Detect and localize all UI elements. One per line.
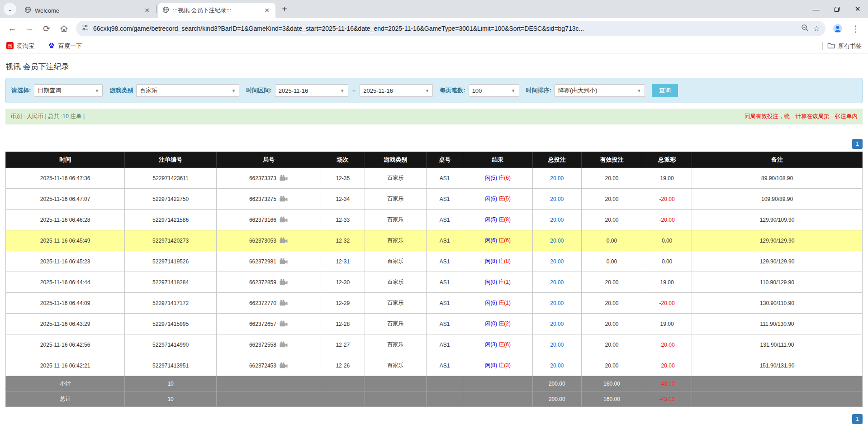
date-start-value: 2025-11-16 xyxy=(279,87,308,94)
new-tab-button[interactable]: + xyxy=(278,3,291,15)
table-row: 2025-11-16 06:44:44522971418284662372859… xyxy=(6,272,863,293)
total-bet-link[interactable]: 20.00 xyxy=(550,300,564,306)
back-icon[interactable]: ← xyxy=(5,21,20,36)
cell-session: 12-34 xyxy=(321,189,365,210)
close-icon[interactable]: ✕ xyxy=(263,6,271,14)
cell-round-id: 662372981 xyxy=(216,251,321,272)
date-start-select[interactable]: 2025-11-16 ▼ xyxy=(275,84,348,97)
result-banker: 庄(2) xyxy=(498,320,511,327)
cell-result: 闲(6) 庄(1) xyxy=(463,293,532,314)
total-bet-link[interactable]: 20.00 xyxy=(550,321,564,327)
video-icon[interactable] xyxy=(279,196,288,202)
cell-session: 12-33 xyxy=(321,210,365,230)
menu-dots-icon[interactable]: ⋮ xyxy=(848,21,863,36)
close-icon[interactable]: ✕ xyxy=(143,6,151,14)
video-icon[interactable] xyxy=(279,362,288,369)
total-bet-link[interactable]: 20.00 xyxy=(550,238,564,244)
cell-remark: 89.90/108.90 xyxy=(692,168,863,189)
tab-title: :::视讯 会员下注纪录::: xyxy=(173,6,259,14)
header-bet-id: 注单编号 xyxy=(125,152,217,168)
cell-valid-bet: 20.00 xyxy=(581,168,642,189)
home-icon[interactable] xyxy=(56,21,71,36)
bookmark-taobao[interactable]: 淘 爱淘宝 xyxy=(6,42,34,51)
url-text[interactable]: 66cxkj98.com/game/betrecord_search/kind3… xyxy=(93,25,797,32)
cell-total-bet: 20.00 xyxy=(532,314,581,334)
cell-time: 2025-11-16 06:45:49 xyxy=(6,230,125,251)
game-category-select[interactable]: 百家乐 ▼ xyxy=(136,84,239,97)
cell-table-no: AS1 xyxy=(426,334,463,355)
cell-time: 2025-11-16 06:47:36 xyxy=(6,168,125,189)
cell-bet-id: 522971422750 xyxy=(125,189,217,210)
total-bet-link[interactable]: 20.00 xyxy=(550,175,564,181)
folder-icon xyxy=(827,42,835,50)
game-category-value: 百家乐 xyxy=(140,86,157,95)
all-bookmarks-label: 所有书签 xyxy=(838,42,862,50)
zoom-out-icon[interactable] xyxy=(801,24,809,33)
table-row: 2025-11-16 06:45:49522971420273662373053… xyxy=(6,230,863,251)
restore-button[interactable] xyxy=(826,0,847,18)
cell-time: 2025-11-16 06:42:56 xyxy=(6,334,125,355)
cell-payout: 19.00 xyxy=(642,314,692,334)
header-table-no: 桌号 xyxy=(426,152,463,168)
time-sort-select[interactable]: 降幂(由大到小) ▼ xyxy=(555,84,645,97)
page-number-button[interactable]: 1 xyxy=(852,414,863,424)
address-bar[interactable]: 66cxkj98.com/game/betrecord_search/kind3… xyxy=(76,21,825,36)
site-info-icon[interactable] xyxy=(81,24,89,33)
forward-icon[interactable]: → xyxy=(22,21,37,36)
total-bet-link[interactable]: 20.00 xyxy=(550,196,564,202)
cell-valid-bet: 0.00 xyxy=(581,230,642,251)
video-icon[interactable] xyxy=(279,341,288,348)
bookmark-baidu[interactable]: 百度一下 xyxy=(48,42,82,51)
video-icon[interactable] xyxy=(279,258,288,265)
tab-search-button[interactable]: ⌄ xyxy=(4,3,16,15)
video-icon[interactable] xyxy=(279,237,288,244)
result-player: 闲(0) xyxy=(485,320,497,327)
cell-session: 12-27 xyxy=(321,334,365,355)
cell-game-type: 百家乐 xyxy=(365,272,426,293)
table-row: 2025-11-16 06:47:36522971423611662373373… xyxy=(6,168,863,189)
all-bookmarks[interactable]: 所有书签 xyxy=(827,42,862,50)
summary-bar: 币别 : 人民币 | 总共 :10 注单 | 同局有效投注，统一计算在该局第一张… xyxy=(5,109,863,124)
pagination-top: 1 xyxy=(5,139,863,149)
minimize-button[interactable]: — xyxy=(806,0,826,18)
page-number-button[interactable]: 1 xyxy=(852,139,863,149)
bookmark-star-icon[interactable]: ☆ xyxy=(813,24,820,33)
cell-remark: 110.90/129.90 xyxy=(692,272,863,293)
video-icon[interactable] xyxy=(279,175,288,181)
time-sort-value: 降幂(由大到小) xyxy=(558,86,598,95)
tab-bet-records[interactable]: :::视讯 会员下注纪录::: ✕ xyxy=(158,3,275,18)
cell-payout: -20.00 xyxy=(642,334,692,355)
cell-valid-bet: 20.00 xyxy=(581,272,642,293)
header-round-id: 局号 xyxy=(216,152,321,168)
total-bet-link[interactable]: 20.00 xyxy=(550,363,564,369)
table-row: 2025-11-16 06:46:28522971421586662373166… xyxy=(6,210,863,230)
result-player: 闲(6) xyxy=(485,300,497,306)
reload-icon[interactable]: ⟳ xyxy=(39,21,54,36)
total-bet-link[interactable]: 20.00 xyxy=(550,342,564,348)
cell-game-type: 百家乐 xyxy=(365,355,426,376)
range-separator: ~ xyxy=(352,87,356,94)
tab-welcome[interactable]: Welcome ✕ xyxy=(20,3,156,18)
per-page-select[interactable]: 100 ▼ xyxy=(469,84,519,97)
video-icon[interactable] xyxy=(279,300,288,306)
total-count: 10 xyxy=(125,391,217,407)
subtotal-payout: -43.00 xyxy=(642,376,692,391)
currency-summary: 币别 : 人民币 | 总共 :10 注单 | xyxy=(10,113,85,120)
query-type-select[interactable]: 日期查询 ▼ xyxy=(34,84,103,97)
cell-payout: 0.00 xyxy=(642,230,692,251)
video-icon[interactable] xyxy=(279,216,288,223)
search-button[interactable]: 查询 xyxy=(652,84,678,97)
date-range-label: 时间区间: xyxy=(246,86,271,95)
total-bet-link[interactable]: 20.00 xyxy=(550,217,564,223)
total-bet-link[interactable]: 20.00 xyxy=(550,279,564,286)
close-window-button[interactable]: ✕ xyxy=(847,0,868,18)
cell-table-no: AS1 xyxy=(426,355,463,376)
video-icon[interactable] xyxy=(279,279,288,286)
cell-round-id: 662372558 xyxy=(216,334,321,355)
profile-avatar[interactable] xyxy=(830,21,845,36)
total-bet-link[interactable]: 20.00 xyxy=(550,258,564,265)
date-end-select[interactable]: 2025-11-16 ▼ xyxy=(360,84,433,97)
table-header-row: 时间 注单编号 局号 场次 游戏类别 桌号 结果 总投注 有效投注 总派彩 备注 xyxy=(6,152,863,168)
cell-remark: 109.90/89.90 xyxy=(692,189,863,210)
video-icon[interactable] xyxy=(279,320,288,327)
